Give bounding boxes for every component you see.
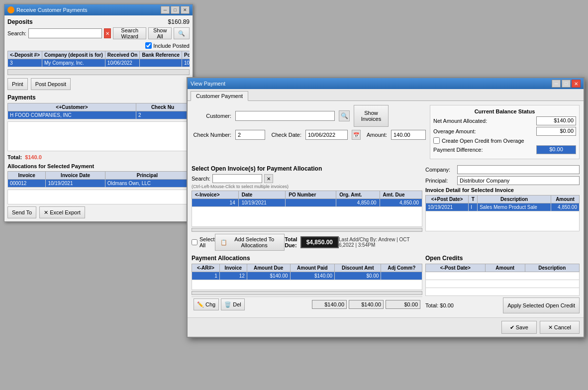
del-icon: 🗑️ <box>224 301 231 308</box>
post-deposit-btn[interactable]: Post Deposit <box>31 78 71 90</box>
customer-input[interactable] <box>235 111 335 121</box>
cancel-btn[interactable]: ✕ Cancel <box>540 321 580 334</box>
check-date-input[interactable] <box>305 130 348 140</box>
search-input[interactable] <box>28 28 102 38</box>
principal-row: Principal: <box>425 176 580 185</box>
check-number-label: Check Number: <box>192 132 231 138</box>
select-all-row: Select All <box>192 236 215 248</box>
minimize-btn[interactable]: ─ <box>161 6 170 14</box>
alloc-footer: ✏️ Chg 🗑️ Del <box>192 296 422 312</box>
alloc-section-row[interactable]: 1 12 $140.00 $140.00 $0.00 <box>192 272 422 280</box>
total-row: Total: $140.0 <box>7 154 190 160</box>
net-amount-value: $140.00 <box>536 116 576 125</box>
net-amount-row: Net Amount Allocated: $140.00 <box>433 116 576 125</box>
col-invoice-date: Invoice Date <box>46 172 105 180</box>
include-posted-label: Include Posted <box>145 42 190 49</box>
modal-body: Customer: 🔍 Show Invoices Check Number: … <box>188 101 584 317</box>
col-org-amt: Org. Amt. <box>336 191 380 199</box>
show-all-btn[interactable]: Show All <box>148 27 172 39</box>
col-check-num: Check Nu <box>136 103 189 111</box>
invoice-row-empty <box>192 207 422 227</box>
open-credit-checkbox[interactable] <box>433 137 440 144</box>
tab-customer-payment[interactable]: Customer Payment <box>191 91 248 101</box>
save-icon: ✔ <box>510 324 514 331</box>
invoice-table-scrollbar[interactable] <box>192 228 422 232</box>
customer-search-btn[interactable]: 🔍 <box>339 110 350 121</box>
open-credits-row-empty <box>426 272 580 280</box>
col-amt-due: Amount Due <box>247 264 290 272</box>
main-window: Receive Customer Payments ─ □ ✕ Deposits… <box>4 4 193 222</box>
detail-row[interactable]: 10/19/2021 I Sales Memo Product Sale 4,8… <box>426 203 580 211</box>
del-btn[interactable]: 🗑️ Del <box>221 298 245 310</box>
tab-bar: Customer Payment <box>188 89 584 101</box>
bottom-buttons: Send To ✕ Excel Export <box>7 206 190 218</box>
check-row: Check Number: Check Date: 📅 Amount: <box>192 130 426 140</box>
table-row[interactable]: 3 My Company, Inc. 10/06/2022 10/06/2022… <box>8 59 190 67</box>
close-btn[interactable]: ✕ <box>181 6 190 14</box>
extra-search-btn[interactable]: 🔍 <box>174 27 190 39</box>
total-due-value: $4,850.00 <box>300 236 339 248</box>
search-wizard-btn[interactable]: Search Wizard <box>113 27 146 39</box>
search-clear-btn[interactable]: ✕ <box>104 28 111 38</box>
invoice-search-input[interactable] <box>212 174 262 183</box>
modal-title-bar: View Payment ─ □ ✕ <box>188 78 584 89</box>
payment-row[interactable]: H FOOD COMPANIES, INC 2 <box>8 111 190 119</box>
excel-export-btn[interactable]: ✕ Excel Export <box>39 206 85 218</box>
company-input[interactable] <box>457 165 580 174</box>
alloc-scrollbar[interactable] <box>192 291 422 295</box>
modal-title: View Payment <box>191 81 225 87</box>
principal-input[interactable] <box>457 176 580 185</box>
chg-btn[interactable]: ✏️ Chg <box>194 298 219 310</box>
alloc-row[interactable]: 000012 10/19/2021 Oldmans Own, LLC <box>8 180 190 188</box>
invoice-row[interactable]: 14 10/19/2021 4,850.00 4,850.00 <box>192 199 422 207</box>
title-bar-left: Receive Customer Payments <box>7 6 87 13</box>
search-bar: Search: ✕ Search Wizard Show All 🔍 <box>7 27 190 39</box>
customer-label: Customer: <box>192 113 231 119</box>
payment-diff-value: $0.00 <box>536 145 576 154</box>
maximize-btn[interactable]: □ <box>171 6 180 14</box>
col-invoice-num: <-Invoice> <box>192 191 239 199</box>
allocations-title: Allocations for Selected Payment <box>7 163 190 169</box>
modal-maximize-btn[interactable]: □ <box>562 80 571 88</box>
col-post-date: <-Post Date> <box>426 264 486 272</box>
search-label: Search: <box>7 30 26 36</box>
col-amt-paid: Amount Paid <box>290 264 335 272</box>
add-selected-btn[interactable]: 📋 Add Selected To Allocations <box>215 234 285 251</box>
amount-input[interactable] <box>391 130 426 140</box>
title-bar-controls: ─ □ ✕ <box>161 6 190 14</box>
payment-alloc-panel: Payment Allocations <-AR#> Invoice Amoun… <box>192 255 422 313</box>
col-description: Description <box>478 195 551 203</box>
apply-open-credit-btn[interactable]: Apply Selected Open Credit <box>503 297 580 313</box>
open-credits-total-label: Total: <box>425 302 438 308</box>
modal-title-controls: ─ □ ✕ <box>552 80 581 88</box>
send-to-btn[interactable]: Send To <box>7 206 36 218</box>
select-invoices-title: Select Open Invoice(s) for Payment Alloc… <box>192 165 422 172</box>
invoice-search-clear[interactable]: ✕ <box>264 174 273 183</box>
open-credits-total-value: $0.00 <box>440 302 454 308</box>
col-bank-ref: Bank Reference <box>140 51 182 59</box>
net-amount-label: Net Amount Allocated: <box>433 118 487 124</box>
modal-close-btn[interactable]: ✕ <box>572 80 581 88</box>
col-inv: Invoice <box>219 264 247 272</box>
balance-panel: Current Balance Status Net Amount Alloca… <box>430 105 580 159</box>
form-section: Customer: 🔍 Show Invoices Check Number: … <box>192 105 426 162</box>
payment-alloc-title: Payment Allocations <box>192 255 422 262</box>
deposits-scrollbar[interactable] <box>7 69 190 75</box>
show-invoices-btn[interactable]: Show Invoices <box>354 105 389 127</box>
modal-minimize-btn[interactable]: ─ <box>552 80 561 88</box>
invoice-detail-title: Invoice Detail for Selected Invoice <box>425 187 580 193</box>
customer-row: Customer: 🔍 Show Invoices <box>192 105 426 127</box>
col-disc-amt: Discount Amt <box>335 264 381 272</box>
include-posted-checkbox[interactable] <box>145 42 152 49</box>
amount-label: Amount: <box>365 132 387 138</box>
balance-title: Current Balance Status <box>433 108 576 114</box>
open-credit-row: Create Open Credit from Overage <box>433 137 576 144</box>
calendar-btn[interactable]: 📅 <box>352 130 361 140</box>
save-btn[interactable]: ✔ Save <box>501 321 537 334</box>
payment-diff-label: Payment Difference: <box>433 147 483 153</box>
select-all-label: Select All <box>199 236 215 248</box>
open-credits-panel: Open Credits <-Post Date> Amount Descrip… <box>425 255 580 313</box>
check-number-input[interactable] <box>235 130 265 140</box>
print-btn[interactable]: Print <box>7 78 28 90</box>
select-all-checkbox[interactable] <box>192 239 197 245</box>
